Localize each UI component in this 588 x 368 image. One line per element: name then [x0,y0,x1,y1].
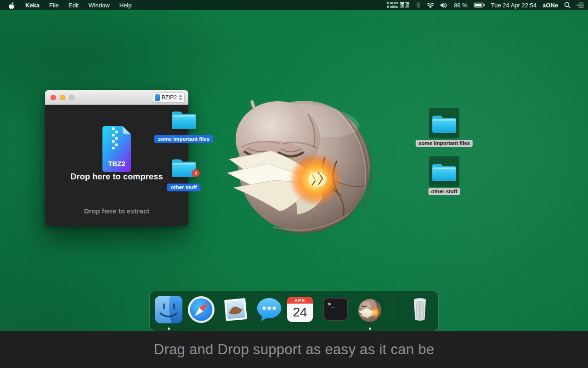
menu-bar: Keka File Edit Window Help 0 kB/s 0 kB/s [0,0,588,10]
battery-percent[interactable]: 86 % [454,2,468,9]
terminal-prompt-glyph: >_ [324,299,347,307]
menu-window[interactable]: Window [88,2,109,9]
menu-help[interactable]: Help [119,2,132,9]
format-value: BZIP2 [162,94,177,101]
menu-bar-left: Keka File Edit Window Help [0,0,131,10]
drop-compress-label: Drop here to compress [45,172,188,182]
dragged-folder-other-stuff[interactable]: 2 [171,157,197,178]
caption-band: Drag and Drop support as easy as it can … [0,331,588,368]
battery-icon[interactable] [474,2,485,8]
minimize-button[interactable] [60,95,65,100]
menu-bar-status: 0 kB/s 0 kB/s 86 % Tue 24 Apr [387,0,584,10]
menu-edit[interactable]: Edit [68,2,79,9]
dock-calendar-icon[interactable]: APR 24 [287,297,313,322]
dragged-folder-label: some important files [154,135,213,143]
calendar-month: APR [287,297,313,304]
folder-icon [171,109,197,130]
desktop-folder-important-files[interactable] [429,108,460,139]
running-indicator-finder [168,328,170,330]
user-menu[interactable]: aONe [543,2,558,9]
menu-file[interactable]: File [49,2,59,9]
spotlight-search-icon[interactable] [564,2,571,8]
folder-icon [431,161,457,182]
dock-finder-icon[interactable] [155,296,182,323]
dragged-folder-label: other stuff [167,184,201,191]
bluetooth-icon[interactable] [416,2,420,8]
zoom-button[interactable] [69,95,74,100]
net-down-speed: 0 kB/s [387,5,398,9]
wifi-icon[interactable] [426,2,435,8]
app-menu-keka[interactable]: Keka [25,2,40,9]
dock-terminal-icon[interactable]: >_ [323,298,348,321]
file-format-icon [155,94,160,101]
chevron-updown-icon [179,94,182,101]
dock-keka-icon[interactable] [356,296,383,323]
desktop-folder-label[interactable]: other stuff [429,188,460,195]
window-drop-zone[interactable]: TBZ2 Drop here to compress Drop here to … [45,105,188,226]
apple-menu-icon[interactable] [8,2,14,9]
keka-mascot-illustration [227,92,379,239]
desktop-folder-other-stuff[interactable] [429,156,460,187]
mascot-fire-glow [289,153,342,206]
dock-mail-icon[interactable] [222,296,249,323]
tbz2-file-icon: TBZ2 [102,126,131,172]
keka-window: BZIP2 TBZ2 Drop here to compress Drop he [45,90,188,226]
desktop-folder-label[interactable]: some important files [416,140,473,147]
dock: APR 24 >_ [149,291,439,331]
running-indicator-keka [369,328,371,330]
format-dropdown[interactable]: BZIP2 [152,92,185,103]
volume-icon[interactable] [441,2,448,8]
notification-center-icon[interactable] [577,2,584,8]
desktop-screen: Keka File Edit Window Help 0 kB/s 0 kB/s [0,0,588,368]
folder-icon [431,113,457,134]
close-button[interactable] [51,95,56,100]
window-titlebar[interactable]: BZIP2 [45,90,188,105]
drop-extract-label: Drop here to extract [45,207,188,215]
network-monitor[interactable]: 0 kB/s 0 kB/s [387,1,410,9]
calendar-day: 24 [287,304,313,321]
dock-safari-icon[interactable] [187,296,215,323]
dock-separator [394,296,394,324]
network-graph-icon [399,2,410,8]
caption-text: Drag and Drop support as easy as it can … [154,341,435,358]
dock-trash-icon[interactable] [406,296,434,323]
dock-messages-icon[interactable] [255,296,283,323]
drag-count-badge: 2 [192,169,200,177]
menu-bar-clock[interactable]: Tue 24 Apr 22:54 [491,2,537,9]
file-type-label: TBZ2 [108,160,125,167]
dragged-folder-important-files[interactable] [171,109,197,130]
